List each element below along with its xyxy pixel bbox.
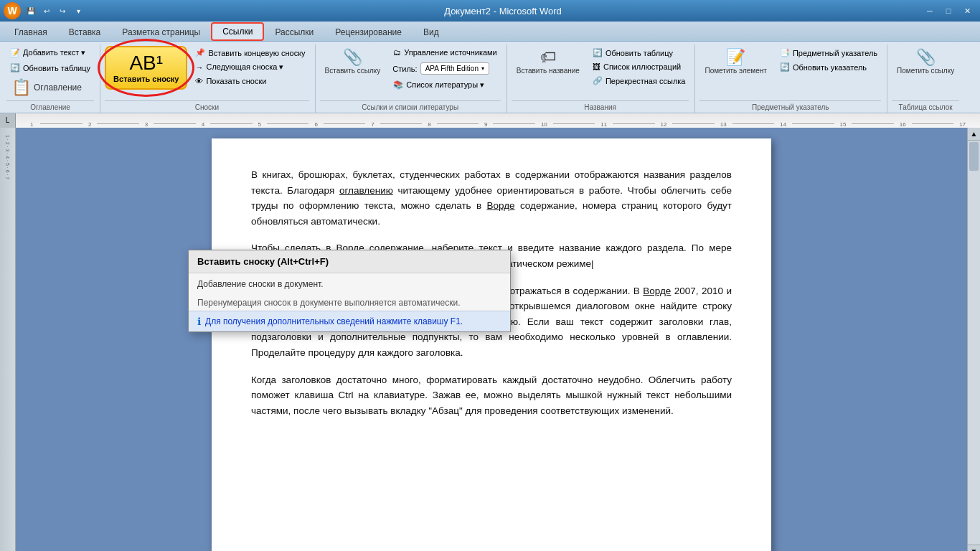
index-group: 📝 Пометить элемент 📑 Предметный указател… (697, 44, 887, 113)
scroll-up-btn[interactable]: ▲ (968, 128, 980, 141)
insert-index-btn[interactable]: 📑 Предметный указатель (776, 46, 881, 60)
toc-group-label: Оглавление (6, 100, 94, 113)
toc-btn[interactable]: 📋 Оглавление (6, 76, 94, 99)
tab-page-layout[interactable]: Разметка страницы (111, 22, 211, 41)
tab-references[interactable]: Ссылки (211, 22, 264, 41)
ribbon-tabs: Главная Вставка Разметка страницы Ссылки… (0, 22, 980, 42)
tab-view[interactable]: Вид (413, 22, 450, 41)
paragraph-4: Когда заголовков достаточно много, форма… (251, 372, 732, 419)
citations-group-label: Ссылки и списки литературы (320, 100, 501, 113)
caption-icon: 🏷 (540, 50, 556, 65)
insert-caption-btn[interactable]: 🏷 Вставить название (512, 46, 585, 79)
vertical-ruler: 1 · 2 · 3 · 4 · 5 · 6 · 7 (0, 128, 16, 551)
underline-word-1: оглавлению (339, 185, 393, 196)
minimize-button[interactable]: ─ (920, 4, 939, 18)
tooltip-link-icon: ℹ (197, 316, 201, 327)
maximize-button[interactable]: □ (939, 4, 958, 18)
scroll-down-btn[interactable]: ▼ (968, 545, 980, 551)
title-bar-left: W 💾 ↩ ↪ ▾ (4, 2, 85, 19)
ruler-corner-btn[interactable]: L (0, 113, 16, 128)
captions-group: 🏷 Вставить название 🔄 Обновить таблицу 🖼… (509, 44, 696, 113)
qa-dropdown-btn[interactable]: ▾ (71, 4, 85, 18)
cross-ref-btn[interactable]: 🔗 Перекрестная ссылка (589, 74, 689, 88)
insert-endnote-btn[interactable]: 📌 Вставить концевую сноску (192, 46, 308, 60)
scrollbar-right[interactable]: ▲ ▼ (967, 128, 980, 551)
paragraph-1: В книгах, брошюрах, буклетах, студенческ… (251, 167, 732, 229)
tooltip-detail: Перенумерация сносок в документе выполня… (189, 295, 510, 311)
insert-footnote-btn[interactable]: AB¹ Вставить сноску (105, 46, 187, 90)
footnotes-group: AB¹ Вставить сноску 📌 Вставить концевую … (102, 44, 316, 113)
table-of-auth-label: Таблица ссылок (892, 100, 959, 113)
ribbon: Главная Вставка Разметка страницы Ссылки… (0, 22, 980, 113)
mark-entry-btn[interactable]: 📝 Пометить элемент (699, 46, 771, 79)
footnotes-group-label: Сноски (105, 100, 309, 113)
figures-list-btn[interactable]: 🖼 Список иллюстраций (589, 60, 689, 73)
update-index-btn[interactable]: 🔄 Обновить указатель (776, 60, 881, 74)
add-text-btn[interactable]: 📝 Добавить текст ▾ (6, 46, 94, 60)
tooltip-description: Добавление сноски в документ. (189, 273, 510, 295)
ruler-container: L 1 2 3 4 5 6 7 8 9 10 (0, 113, 980, 128)
undo-quick-btn[interactable]: ↩ (39, 4, 54, 18)
mark-entry-icon: 📝 (726, 50, 745, 65)
underline-word-2: Ворде (486, 200, 514, 211)
tab-review[interactable]: Рецензирование (324, 22, 413, 41)
page-area: В книгах, брошюрах, буклетах, студенческ… (16, 128, 967, 551)
footnote-icon: AB¹ (129, 52, 163, 75)
tab-mailings[interactable]: Рассылки (264, 22, 324, 41)
update-toc-btn[interactable]: 🔄 Обновить таблицу (6, 61, 94, 75)
close-button[interactable]: ✕ (958, 4, 976, 18)
ribbon-content: 📝 Добавить текст ▾ 🔄 Обновить таблицу 📋 … (0, 42, 980, 113)
main-area: 1 · 2 · 3 · 4 · 5 · 6 · 7 В книгах, брош… (0, 128, 980, 551)
office-logo[interactable]: W (4, 2, 21, 19)
tooltip-popup: Вставить сноску (Alt+Ctrl+F) Добавление … (188, 250, 511, 332)
tooltip-link[interactable]: ℹ Для получения дополнительных сведений … (189, 311, 510, 331)
mark-citation-btn[interactable]: 📎 Пометить ссылку (892, 46, 959, 79)
document-page[interactable]: В книгах, брошюрах, буклетах, студенческ… (212, 138, 771, 551)
show-footnotes-btn[interactable]: 👁 Показать сноски (192, 75, 308, 88)
captions-group-label: Названия (512, 100, 689, 113)
save-quick-btn[interactable]: 💾 (24, 4, 38, 18)
underline-word-4: Ворде (643, 286, 671, 296)
scrollbar-thumb[interactable] (969, 142, 979, 171)
citations-group: 📎 Вставить ссылку 🗂 Управление источника… (317, 44, 507, 113)
manage-sources-btn[interactable]: 🗂 Управление источниками (390, 46, 500, 59)
window-title: Документ2 - Microsoft Word (85, 6, 920, 17)
update-figures-table-btn[interactable]: 🔄 Обновить таблицу (589, 46, 689, 60)
mark-citation-icon: 📎 (916, 50, 936, 65)
table-of-auth-group: 📎 Пометить ссылку Таблица ссылок (889, 44, 965, 113)
insert-citation-btn[interactable]: 📎 Вставить ссылку (320, 46, 386, 79)
title-bar: W 💾 ↩ ↪ ▾ Документ2 - Microsoft Word ─ □… (0, 0, 980, 22)
bibliography-btn[interactable]: 📚 Список литературы ▾ (390, 78, 500, 92)
citation-icon: 📎 (343, 50, 362, 65)
next-footnote-btn[interactable]: → Следующая сноска ▾ (192, 60, 308, 74)
toc-group: 📝 Добавить текст ▾ 🔄 Обновить таблицу 📋 … (4, 44, 100, 113)
tab-insert[interactable]: Вставка (58, 22, 112, 41)
index-group-label: Предметный указатель (699, 100, 881, 113)
citation-style-dropdown[interactable]: APA Fifth Edition ▾ (420, 62, 489, 75)
tab-home[interactable]: Главная (4, 22, 58, 41)
redo-quick-btn[interactable]: ↪ (55, 4, 70, 18)
window-controls: ─ □ ✕ (920, 4, 976, 18)
quick-access: 💾 ↩ ↪ ▾ (24, 4, 85, 18)
horizontal-ruler: 1 2 3 4 5 6 7 8 9 10 11 (16, 113, 980, 128)
tooltip-title: Вставить сноску (Alt+Ctrl+F) (189, 250, 510, 273)
